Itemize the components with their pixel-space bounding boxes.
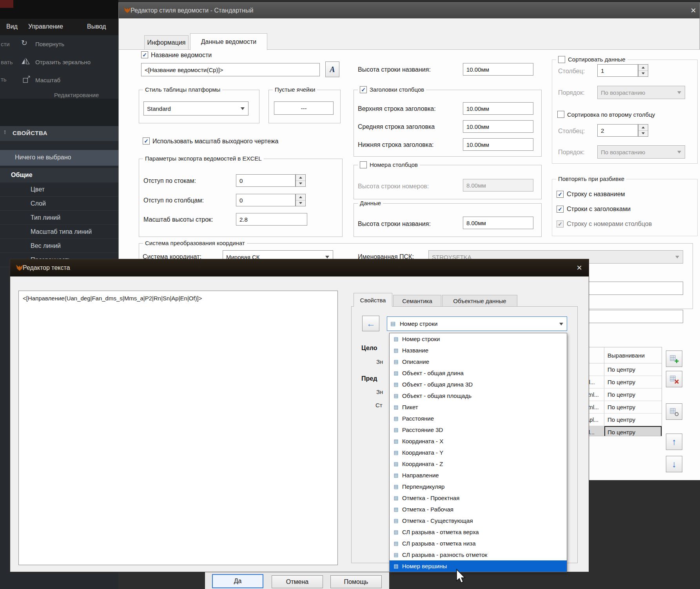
property-row[interactable]: Слой xyxy=(0,197,118,211)
tab-object-data[interactable]: Объектные данные xyxy=(442,295,517,306)
property-row[interactable]: Масштаб типа линий xyxy=(0,225,118,239)
sort2-column-spinner[interactable] xyxy=(638,124,648,137)
dropdown-item[interactable]: ▤Номер вершины xyxy=(390,560,567,572)
property-row[interactable]: Вес линий xyxy=(0,239,118,253)
dropdown-item[interactable]: ▤Название xyxy=(390,345,567,356)
d2-close-icon[interactable]: ✕ xyxy=(574,262,585,273)
dropdown-item[interactable]: ▤Перпендикуляр xyxy=(390,481,567,492)
insert-field-button[interactable]: ← xyxy=(362,316,379,331)
dropdown-item[interactable]: ▤Объект - общая площадь xyxy=(390,390,567,401)
format-button[interactable]: A xyxy=(325,61,339,77)
table-row[interactable]: sl...По центру xyxy=(585,426,662,436)
repeat-checkbox-row[interactable]: ✓Строки с заголовками xyxy=(557,202,694,217)
dropdown-item-label: Объект - общая длина 3D xyxy=(402,381,473,388)
alignment-cell[interactable]: По центру xyxy=(604,414,662,426)
tab-information[interactable]: Информация xyxy=(144,35,189,50)
toolbar-rotate-button[interactable]: Повернуть xyxy=(35,41,64,47)
sort-data-checkbox[interactable]: ✓ xyxy=(558,56,565,63)
alignment-cell[interactable]: По центру xyxy=(604,426,662,436)
sort2-column-input[interactable]: 2 xyxy=(597,124,638,137)
sort-column-input[interactable]: 1 xyxy=(597,64,638,77)
sort-second-label: Сортировка по второму столбцу xyxy=(567,111,655,119)
property-row[interactable]: Цвет xyxy=(0,182,118,197)
sort-column-spinner[interactable] xyxy=(638,64,648,77)
dropdown-item[interactable]: ▤СЛ разрыва - отметка верха xyxy=(390,526,567,538)
ok-button[interactable]: Да xyxy=(212,574,263,588)
column-headers-checkbox[interactable]: ✓ xyxy=(360,86,367,93)
dropdown-item[interactable]: ▤Расстояние xyxy=(390,413,567,424)
property-row[interactable]: Тип линий xyxy=(0,211,118,225)
header-bottom-input[interactable]: 10.00мм xyxy=(463,138,533,151)
table-row[interactable]: По центру xyxy=(585,363,662,376)
dropdown-item[interactable]: ▤Координата - Y xyxy=(390,447,567,458)
dropdown-item[interactable]: ▤Пикет xyxy=(390,401,567,413)
toolbar-mirror-button[interactable]: Отразить зеркально xyxy=(35,59,91,65)
repeat-checkbox[interactable]: ✓ xyxy=(557,220,564,228)
tab-semantics[interactable]: Семантика xyxy=(393,295,441,306)
tab-report-data[interactable]: Данные ведомости xyxy=(190,33,267,50)
table-row[interactable]: Rnl...По центру xyxy=(585,401,662,414)
alignment-cell[interactable]: По центру xyxy=(604,376,662,388)
report-name-input[interactable]: <[Название ведомости(Ср)]> xyxy=(141,63,320,76)
name-row-height-input[interactable]: 10.00мм xyxy=(463,63,533,76)
move-up-button[interactable]: ↑ xyxy=(666,434,682,450)
empty-cells-input[interactable]: --- xyxy=(274,101,334,115)
properties-title: СВОЙСТВА xyxy=(13,130,47,136)
toolbar-scale-button[interactable]: Масштаб xyxy=(35,77,60,83)
dropdown-item[interactable]: ▤СЛ разрыва - разность отметок xyxy=(390,549,567,560)
column-numbers-checkbox[interactable]: ✓ xyxy=(360,161,367,168)
dropdown-item-label: Пикет xyxy=(402,404,418,410)
data-row-height-input[interactable]: 8.00мм xyxy=(463,217,533,229)
dropdown-item[interactable]: ▤Описание xyxy=(390,356,567,367)
use-output-scale-checkbox[interactable]: ✓ xyxy=(143,137,150,145)
menu-view[interactable]: Вид xyxy=(6,23,18,30)
table-row[interactable]: nl...По центру xyxy=(585,376,662,388)
column-properties-button[interactable] xyxy=(666,403,682,420)
table-row[interactable]: Rnl...По центру xyxy=(585,388,662,401)
dropdown-item[interactable]: ▤Отметка - Проектная xyxy=(390,492,567,504)
excel-col-offset-input[interactable]: 0 xyxy=(236,194,296,206)
report-name-checkbox[interactable]: ✓ xyxy=(141,51,148,58)
cancel-button[interactable]: Отмена xyxy=(272,575,323,588)
properties-group-common[interactable]: Общие xyxy=(0,168,118,183)
dropdown-item[interactable]: ▤Направление xyxy=(390,470,567,481)
dropdown-item[interactable]: ▤Координата - Z xyxy=(390,458,567,470)
dropdown-item[interactable]: ▤Объект - общая длина xyxy=(390,367,567,379)
menu-manage[interactable]: Управление xyxy=(28,23,63,30)
dropdown-item[interactable]: ▤Номер строки xyxy=(390,333,567,345)
repeat-checkbox-row[interactable]: ✓Строку с названием xyxy=(557,187,694,202)
excel-row-offset-input[interactable]: 0 xyxy=(236,174,296,187)
delete-column-button[interactable] xyxy=(666,371,682,387)
dropdown-item[interactable]: ▤Координата - X xyxy=(390,435,567,447)
help-button[interactable]: Помощь xyxy=(330,575,382,588)
row-height-scale-input[interactable]: 2.8 xyxy=(236,213,307,226)
table-row[interactable]: Apl...По центру xyxy=(585,414,662,426)
add-table-icon xyxy=(669,354,679,363)
sort-second-checkbox[interactable]: ✓ xyxy=(557,111,564,118)
dropdown-item[interactable]: ▤Объект - общая длина 3D xyxy=(390,379,567,390)
dropdown-item[interactable]: ▤Отметка - Существующая xyxy=(390,515,567,526)
menu-output[interactable]: Вывод xyxy=(87,23,106,30)
dropdown-item[interactable]: ▤Отметка - Рабочая xyxy=(390,504,567,515)
alignment-cell[interactable]: По центру xyxy=(604,388,662,401)
alignment-cell[interactable]: По центру xyxy=(604,401,662,413)
dropdown-item-label: Отметка - Проектная xyxy=(402,495,459,501)
dropdown-item[interactable]: ▤СЛ разрыва - отметка низа xyxy=(390,538,567,549)
platform-style-select[interactable]: Standard xyxy=(143,101,248,116)
repeat-checkbox[interactable]: ✓ xyxy=(557,206,564,213)
excel-col-offset-spinner[interactable] xyxy=(296,194,306,206)
move-down-button[interactable]: ↓ xyxy=(666,456,682,472)
d1-close-icon[interactable]: ✕ xyxy=(688,5,699,16)
repeat-legend: Повторять при разбивке xyxy=(556,175,626,183)
repeat-checkbox-row[interactable]: ✓Строку с номерами столбцов xyxy=(557,217,694,231)
tab-properties[interactable]: Свойства xyxy=(354,293,392,307)
text-editor-area[interactable]: <[Направление(Uan_deg|Fan_dms_s|Mms_a|P2… xyxy=(18,291,338,565)
header-middle-input[interactable]: 10.00мм xyxy=(463,120,533,133)
header-top-input[interactable]: 10.00мм xyxy=(463,102,533,115)
add-column-button[interactable] xyxy=(666,351,682,367)
excel-row-offset-spinner[interactable] xyxy=(296,174,306,187)
field-type-select[interactable]: ▤ Номер строки xyxy=(387,316,567,331)
alignment-cell[interactable]: По центру xyxy=(604,363,662,376)
repeat-checkbox[interactable]: ✓ xyxy=(557,191,564,198)
dropdown-item[interactable]: ▤Расстояние 3D xyxy=(390,424,567,435)
